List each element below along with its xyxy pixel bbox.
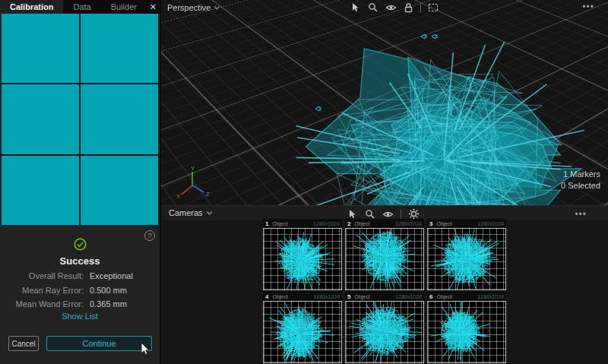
coverage-cell (2, 156, 79, 225)
result-value: Exceptional (90, 271, 133, 280)
camera-image-area (427, 228, 506, 290)
camera-mode-label: Object (272, 294, 287, 299)
result-row: Mean Ray Error: 0.500 mm (0, 286, 160, 295)
viewport-toolbar (351, 2, 439, 13)
camera-view-5[interactable]: 5 Object 1280x1024 (345, 292, 424, 363)
wand-trace-canvas (428, 229, 505, 290)
camera-view-header: 6 Object 1280x1024 (427, 292, 506, 301)
camera-view-header: 4 Object 1280x1024 (263, 292, 342, 301)
camera-view-6[interactable]: 6 Object 1280x1024 (427, 292, 506, 363)
camera-view-2[interactable]: 2 Object 1280x1024 (345, 219, 424, 290)
camera-view-header: 5 Object 1280x1024 (345, 292, 424, 301)
camera-image-area (345, 301, 424, 363)
chevron-down-icon (214, 6, 220, 10)
camera-number: 3 (429, 220, 432, 227)
coverage-cell (81, 84, 158, 154)
cameras-label: Cameras (169, 208, 203, 217)
camera-gizmo-icon[interactable] (431, 33, 438, 40)
result-row: Overall Result: Exceptional (0, 271, 160, 280)
tab-calibration[interactable]: Calibration (0, 0, 63, 14)
help-icon[interactable]: ? (144, 230, 155, 241)
viewport-selector[interactable]: Perspective (167, 3, 220, 12)
result-label: Overall Result: (0, 271, 84, 280)
axis-y-label: Y (191, 166, 195, 172)
cameras-panel: Cameras (161, 205, 608, 364)
show-list-link[interactable]: Show List (0, 312, 160, 321)
camera-mode-label: Object (354, 221, 369, 226)
lock-tool-icon[interactable] (404, 2, 413, 13)
calibration-status-title: Success (0, 255, 160, 267)
markers-count: 1 Markers (561, 169, 600, 180)
tab-data[interactable]: Data (63, 0, 100, 14)
cameras-header-bar: Cameras (161, 205, 608, 220)
calibration-coverage-grid (2, 14, 158, 225)
camera-mode-label: Object (436, 221, 451, 226)
tab-builder[interactable]: Builder (101, 0, 147, 14)
result-value: 0.365 mm (90, 299, 127, 309)
cancel-button[interactable]: Cancel (8, 336, 39, 351)
camera-view-1[interactable]: 1 Object 1280x1024 (263, 219, 342, 290)
zoom-tool-icon[interactable] (368, 2, 378, 13)
marquee-select-icon[interactable] (428, 2, 439, 13)
visibility-eye-icon[interactable] (385, 2, 397, 13)
coverage-cell (81, 156, 158, 225)
panel-tabbar: Calibration Data Builder ✕ (0, 0, 160, 14)
zoom-tool-icon[interactable] (365, 209, 375, 220)
toolbar-divider (401, 209, 401, 219)
calibration-panel: Calibration Data Builder ✕ ? Success Ove… (0, 0, 160, 364)
camera-gizmo-icon[interactable] (417, 153, 424, 159)
gear-icon[interactable] (408, 208, 420, 220)
continue-button[interactable]: Continue (46, 336, 152, 351)
camera-resolution: 1280x1024 (477, 221, 504, 226)
result-row: Mean Wand Error: 0.365 mm (0, 299, 160, 309)
result-value: 0.500 mm (90, 286, 127, 295)
camera-view-header: 3 Object 1280x1024 (427, 219, 506, 228)
result-label: Mean Wand Error: (0, 299, 84, 309)
camera-mode-label: Object (272, 221, 287, 226)
axis-gizmo: Y X Z (173, 166, 211, 199)
camera-view-header: 1 Object 1280x1024 (263, 219, 342, 228)
coverage-cell (81, 14, 158, 83)
perspective-viewport[interactable]: Perspective (161, 0, 608, 205)
camera-view-4[interactable]: 4 Object 1280x1024 (263, 292, 342, 363)
cameras-view-selector[interactable]: Cameras (169, 208, 212, 217)
visibility-eye-icon[interactable] (382, 209, 394, 220)
camera-image-area (263, 301, 342, 363)
result-label: Mean Ray Error: (0, 286, 84, 295)
viewport-label: Perspective (167, 3, 211, 12)
camera-number: 6 (429, 293, 432, 300)
coverage-cell (2, 84, 79, 154)
camera-resolution: 1280x1024 (395, 221, 422, 226)
wand-trace-canvas (346, 302, 423, 362)
camera-resolution: 1280x1024 (477, 294, 504, 299)
coverage-cell (2, 14, 79, 83)
camera-number: 4 (265, 293, 268, 300)
wand-trace-canvas (428, 302, 505, 362)
toolbar-divider (420, 3, 421, 13)
close-icon[interactable]: ✕ (147, 0, 160, 14)
success-check-icon (74, 238, 87, 251)
wand-trace-canvas (264, 302, 341, 362)
cameras-menu-icon[interactable]: ••• (575, 209, 587, 220)
camera-resolution: 1280x1024 (395, 294, 422, 299)
camera-mode-label: Object (436, 294, 451, 299)
camera-number: 1 (265, 220, 268, 227)
chevron-down-icon (207, 211, 212, 215)
cursor-tool-icon[interactable] (348, 209, 358, 220)
camera-number: 2 (347, 220, 350, 227)
camera-view-header: 2 Object 1280x1024 (345, 219, 424, 228)
camera-image-area (263, 228, 342, 290)
camera-gizmo-icon[interactable] (420, 33, 427, 40)
wand-trace-canvas (346, 229, 423, 290)
viewport-menu-icon[interactable]: ••• (582, 2, 594, 12)
camera-view-3[interactable]: 3 Object 1280x1024 (427, 219, 506, 290)
camera-mode-label: Object (354, 294, 369, 299)
camera-gizmo-icon[interactable] (315, 106, 321, 112)
camera-gizmo-icon[interactable] (424, 139, 431, 145)
camera-resolution: 1280x1024 (313, 294, 340, 299)
cursor-tool-icon[interactable] (351, 2, 361, 13)
camera-image-area (345, 228, 424, 290)
camera-image-area (427, 301, 506, 363)
wand-trace-canvas (264, 229, 341, 290)
motion-capture-app: Calibration Data Builder ✕ ? Success Ove… (0, 0, 608, 364)
